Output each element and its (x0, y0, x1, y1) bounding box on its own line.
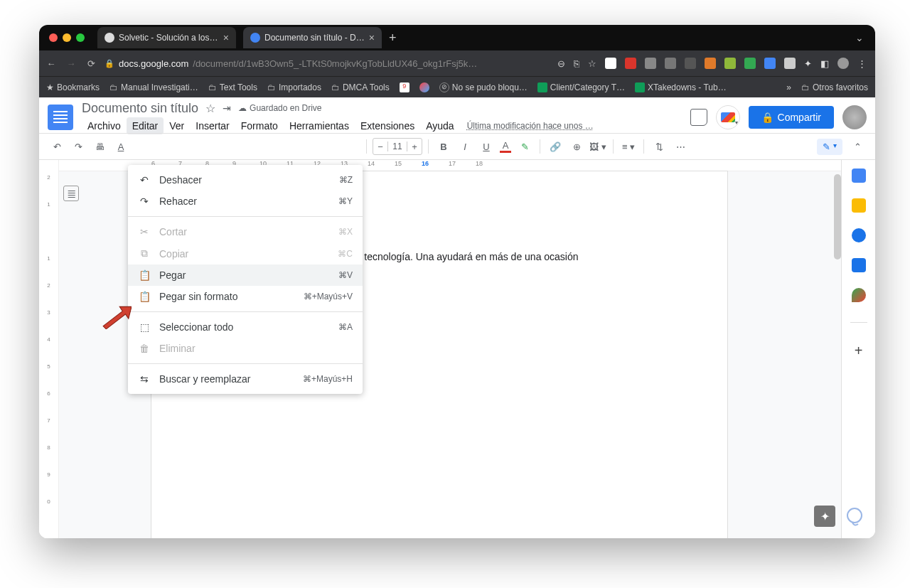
star-icon[interactable]: ☆ (588, 58, 596, 69)
profile-avatar[interactable] (837, 58, 849, 69)
scrollbar[interactable] (834, 174, 841, 260)
forward-button[interactable]: → (65, 58, 77, 69)
bookmark-folder[interactable]: 🗀Text Tools (208, 82, 257, 92)
new-tab-button[interactable]: + (389, 31, 397, 46)
extension-icon[interactable] (645, 58, 656, 69)
align-button[interactable]: ≡ ▾ (619, 137, 638, 156)
comments-icon[interactable] (690, 109, 707, 126)
menu-item-deshacer[interactable]: ↶Deshacer⌘Z (128, 169, 363, 191)
maximize-window-button[interactable] (76, 33, 85, 42)
font-size-decrease[interactable]: − (373, 141, 387, 152)
window-controls (43, 33, 90, 42)
explore-button[interactable]: ✦ (814, 506, 835, 527)
chrome-menu-button[interactable]: ⋮ (857, 58, 867, 69)
insert-link-button[interactable]: 🔗 (546, 137, 564, 156)
annotation-arrow-icon (102, 304, 132, 329)
back-button[interactable]: ← (45, 58, 58, 69)
spellcheck-button[interactable]: A (112, 137, 130, 156)
tablist-dropdown[interactable]: ⌄ (855, 32, 871, 43)
highlight-button[interactable]: ✎ (515, 137, 534, 156)
close-window-button[interactable] (49, 33, 58, 42)
calendar-icon[interactable] (852, 169, 866, 183)
browser-tab-active[interactable]: Documento sin título - Docume × (243, 27, 382, 48)
bookmark-folder[interactable]: 🗀DMCA Tools (331, 82, 390, 92)
extension-icon[interactable] (744, 58, 756, 69)
menu-archivo[interactable]: Archivo (82, 117, 127, 134)
star-icon[interactable]: ☆ (205, 102, 215, 115)
browser-tab[interactable]: Solvetic - Solución a los proble × (97, 27, 236, 48)
add-addon-button[interactable]: + (855, 343, 863, 359)
menu-item-rehacer[interactable]: ↷Rehacer⌘Y (128, 191, 363, 212)
extension-icon[interactable] (764, 58, 776, 69)
extension-icon[interactable] (784, 58, 796, 69)
sidepanel-toggle-icon[interactable]: ◧ (820, 58, 829, 69)
insert-comment-button[interactable]: ⊕ (567, 137, 586, 156)
minimize-window-button[interactable] (63, 33, 71, 42)
editing-mode-button[interactable]: ✎ ▾ (817, 139, 842, 155)
assistant-bulb-icon[interactable] (842, 506, 867, 530)
tasks-icon[interactable] (852, 228, 866, 242)
menu-item-pegar-sin-formato[interactable]: 📋Pegar sin formato⌘+Mayús+V (128, 286, 363, 307)
menu-item-seleccionar-todo[interactable]: ⬚Seleccionar todo⌘A (128, 316, 363, 338)
translate-icon[interactable]: ⎘ (574, 58, 579, 69)
menu-ayuda[interactable]: Ayuda (420, 117, 459, 134)
menu-item-label: Cortar (159, 226, 330, 237)
bookmark-item[interactable]: XTakedowns - Tub… (635, 82, 727, 92)
menu-ver[interactable]: Ver (164, 117, 190, 134)
bookmark-item[interactable]: 9 (400, 82, 410, 92)
ruler-tick: 16 (422, 160, 449, 171)
bookmark-folder[interactable]: 🗀Importados (267, 82, 321, 92)
share-button[interactable]: 🔒Compartir (749, 106, 834, 129)
document-title[interactable]: Documento sin título (82, 101, 198, 116)
font-size-value[interactable]: 11 (387, 141, 407, 151)
menu-editar[interactable]: Editar (127, 117, 164, 134)
bookmark-item[interactable]: ⊘No se pudo bloqu… (439, 82, 528, 92)
keep-icon[interactable] (852, 198, 866, 213)
collapse-toolbar-button[interactable]: ⌃ (848, 137, 867, 156)
account-avatar[interactable] (842, 105, 867, 129)
contacts-icon[interactable] (852, 258, 866, 272)
undo-button[interactable]: ↶ (48, 137, 66, 156)
bookmarks-overflow[interactable]: » (786, 82, 791, 92)
close-tab-button[interactable]: × (369, 32, 375, 43)
menu-formato[interactable]: Formato (235, 117, 284, 134)
text-color-button[interactable]: A (498, 137, 513, 156)
underline-button[interactable]: U (477, 137, 496, 156)
menu-insertar[interactable]: Insertar (190, 117, 235, 134)
zoom-icon[interactable]: ⊖ (557, 58, 565, 69)
reload-button[interactable]: ⟳ (85, 58, 97, 69)
print-button[interactable]: 🖶 (90, 137, 109, 156)
docs-logo-icon[interactable] (48, 105, 73, 130)
bookmarks-label[interactable]: ★Bookmarks (46, 82, 100, 92)
font-size-control[interactable]: − 11 + (373, 138, 422, 155)
url-field[interactable]: 🔒 docs.google.com/document/d/1wB3Own5_-L… (105, 58, 477, 69)
move-icon[interactable]: ⇥ (223, 102, 231, 114)
more-button[interactable]: ⋯ (671, 137, 690, 156)
extension-icon[interactable] (705, 58, 716, 69)
font-size-increase[interactable]: + (407, 141, 422, 152)
maps-icon[interactable] (852, 288, 866, 302)
italic-button[interactable]: I (456, 137, 474, 156)
bookmark-item[interactable]: Client/Category T… (537, 82, 625, 92)
bookmark-item[interactable] (419, 82, 429, 92)
menu-herramientas[interactable]: Herramientas (284, 117, 355, 134)
bookmark-folder[interactable]: 🗀Manual Investigati… (109, 82, 198, 92)
extensions-puzzle-icon[interactable]: ✦ (804, 58, 812, 69)
ruler-tick: 15 (395, 160, 422, 171)
other-bookmarks[interactable]: 🗀Otros favoritos (801, 82, 868, 92)
menu-extensiones[interactable]: Extensiones (355, 117, 420, 134)
extension-icon[interactable] (685, 58, 696, 69)
abp-icon[interactable] (625, 58, 636, 69)
meet-button[interactable]: ▾ (716, 105, 740, 129)
bold-button[interactable]: B (434, 137, 453, 156)
menu-item-buscar-y-reemplazar[interactable]: ⇆Buscar y reemplazar⌘+Mayús+H (128, 368, 363, 390)
close-tab-button[interactable]: × (223, 32, 229, 43)
menu-item-pegar[interactable]: 📋Pegar⌘V (128, 264, 363, 286)
redo-button[interactable]: ↷ (69, 137, 87, 156)
insert-image-button[interactable]: 🖼 ▾ (589, 137, 607, 156)
line-spacing-button[interactable]: ⇅ (650, 137, 668, 156)
extension-icon[interactable] (724, 58, 736, 69)
extension-icon[interactable] (605, 58, 616, 69)
extension-icon[interactable] (665, 58, 676, 69)
last-modified-link[interactable]: Última modificación hace unos … (467, 121, 594, 131)
